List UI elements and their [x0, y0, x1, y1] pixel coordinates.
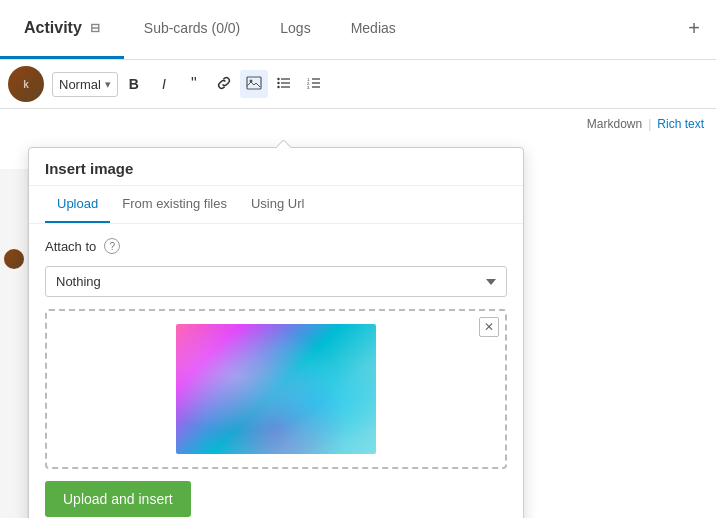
svg-point-4: [277, 86, 279, 88]
image-icon: [246, 76, 262, 93]
modal-tab-upload[interactable]: Upload: [45, 186, 110, 223]
activity-label: Activity: [24, 19, 82, 37]
avatar: k: [8, 66, 44, 102]
markdown-rich-toggle: Markdown | Rich text: [587, 117, 704, 131]
format-label: Normal: [59, 77, 101, 92]
medias-label: Medias: [351, 20, 396, 36]
italic-button[interactable]: I: [150, 70, 178, 98]
link-icon: [217, 76, 231, 93]
tab-activity[interactable]: Activity ⊟: [0, 0, 124, 59]
markdown-label: Markdown: [587, 117, 642, 131]
tab-subcards[interactable]: Sub-cards (0/0): [124, 0, 260, 59]
modal-caret: [277, 140, 293, 148]
modal-tab-url[interactable]: Using Url: [239, 186, 316, 223]
image-button[interactable]: [240, 70, 268, 98]
modal-tabs: Upload From existing files Using Url: [29, 186, 523, 224]
format-select[interactable]: Normal ▾: [52, 72, 118, 97]
remove-image-button[interactable]: ✕: [479, 317, 499, 337]
add-tab-button[interactable]: +: [672, 0, 716, 59]
rich-text-link[interactable]: Rich text: [657, 117, 704, 131]
quote-button[interactable]: ": [180, 70, 208, 98]
close-icon: ✕: [484, 320, 494, 334]
add-icon: +: [688, 17, 700, 40]
uploaded-image-preview: [176, 324, 376, 454]
activity-icon: ⊟: [90, 21, 100, 35]
bold-icon: B: [129, 76, 139, 92]
number-list-button[interactable]: 1. 2. 3.: [300, 70, 328, 98]
subcards-label: Sub-cards (0/0): [144, 20, 240, 36]
italic-icon: I: [162, 76, 166, 92]
tab-medias[interactable]: Medias: [331, 0, 416, 59]
question-mark: ?: [110, 241, 116, 252]
insert-image-modal: Insert image Upload From existing files …: [28, 147, 524, 518]
modal-body: Attach to ? Nothing ✕ Upload and insert: [29, 224, 523, 518]
bullet-list-icon: [277, 76, 291, 92]
logs-label: Logs: [280, 20, 310, 36]
svg-point-3: [277, 82, 279, 84]
quote-icon: ": [191, 75, 197, 93]
right-panel: Markdown | Rich text: [626, 109, 716, 139]
modal-title: Insert image: [29, 148, 523, 186]
sidebar-avatar: [4, 249, 24, 269]
format-caret-icon: ▾: [105, 78, 111, 91]
upload-insert-button[interactable]: Upload and insert: [45, 481, 191, 517]
top-tabs-bar: Activity ⊟ Sub-cards (0/0) Logs Medias +: [0, 0, 716, 60]
help-icon[interactable]: ?: [104, 238, 120, 254]
tab-logs[interactable]: Logs: [260, 0, 330, 59]
bullet-list-button[interactable]: [270, 70, 298, 98]
modal-tab-existing[interactable]: From existing files: [110, 186, 239, 223]
left-sidebar-strip: [0, 169, 28, 518]
link-button[interactable]: [210, 70, 238, 98]
attach-to-label: Attach to: [45, 239, 96, 254]
drop-zone[interactable]: ✕: [45, 309, 507, 469]
bold-button[interactable]: B: [120, 70, 148, 98]
attach-to-select[interactable]: Nothing: [45, 266, 507, 297]
number-list-icon: 1. 2. 3.: [307, 76, 321, 92]
svg-text:3.: 3.: [307, 85, 310, 89]
attach-to-row: Attach to ?: [45, 238, 507, 254]
svg-rect-0: [247, 77, 261, 89]
separator: |: [648, 117, 651, 131]
svg-point-2: [277, 78, 279, 80]
editor-toolbar: k Normal ▾ B I ": [0, 60, 716, 109]
